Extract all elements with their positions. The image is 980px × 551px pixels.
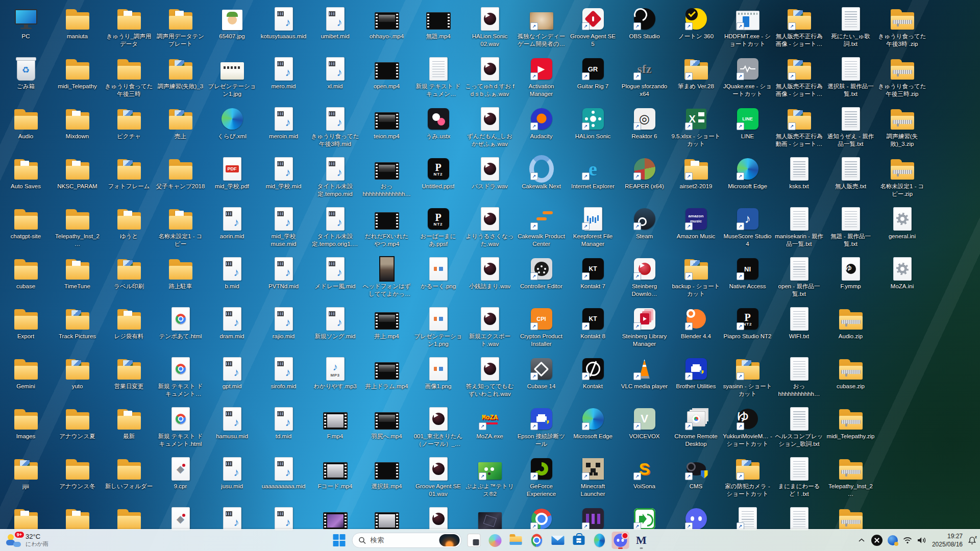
desktop-icon[interactable]: PNT2おーばーまにあ.ppsf — [412, 200, 464, 250]
desktop-icon[interactable]: ↗REAPER (x64) — [619, 150, 670, 200]
desktop-icon[interactable]: WIFI.txt — [773, 300, 825, 350]
desktop-icon[interactable]: teion.mp4 — [361, 100, 412, 150]
taskbar-app-chrome[interactable] — [528, 532, 546, 549]
desktop-icon[interactable]: 井上ドラム.mp4 — [361, 350, 412, 400]
desktop-icon[interactable]: 父子キャンプ2018 — [155, 150, 206, 200]
desktop-icon[interactable]: X↗9.5.xlsx - ショートカット — [670, 100, 722, 150]
desktop-icon[interactable]: S↗VoiSona — [619, 450, 670, 500]
desktop-icon[interactable]: Images — [0, 400, 52, 450]
desktop-icon[interactable]: ↗Cakewalk Product Center — [516, 200, 567, 250]
desktop-icon[interactable]: ↗無人販売不正行為 画像 - ショートカット — [773, 50, 825, 100]
desktop-icon[interactable]: ↗Blender 4.4 — [670, 300, 722, 350]
desktop-icon[interactable]: ↗ぷよぷよ™テトリス®2 — [464, 450, 516, 500]
desktop-icon[interactable]: ↗Minecraft Launcher — [567, 450, 619, 500]
desktop-icon[interactable]: きゅうり食ってた午後3時 .zip — [876, 0, 928, 50]
desktop-icon[interactable]: 001_東北きりたん（ノーマル）_今じゃ… — [412, 400, 464, 450]
desktop-icon[interactable]: Mixdown — [52, 100, 103, 150]
desktop-icon[interactable]: Auto Saves — [0, 150, 52, 200]
desktop-icon[interactable]: 死にたい_ゅ歌詞.txt — [825, 0, 876, 50]
desktop-icon[interactable]: ♪きゅうり食ってた午後3時.mid — [309, 100, 361, 150]
desktop-icon[interactable]: 調声用データテンプレート — [155, 0, 206, 50]
desktop-icon[interactable]: ♪mid_学校.mid — [258, 150, 309, 200]
wifi-icon[interactable] — [903, 530, 912, 551]
tray-blue-sphere-icon[interactable] — [888, 535, 898, 545]
desktop-icon[interactable]: MoZA.ini — [876, 250, 928, 300]
desktop-icon[interactable]: ヘッドフォンはずしててよかっt.mp4 — [361, 250, 412, 300]
desktop-icon[interactable]: MoZA↗MoZA.exe — [464, 400, 516, 450]
desktop-icon[interactable]: バスドラ.wav — [464, 150, 516, 200]
desktop-icon[interactable]: ♪↗MuseScore Studio 4 — [722, 200, 773, 250]
desktop-icon[interactable]: ヘルスコンプレッション_歌詞.txt — [773, 400, 825, 450]
desktop-icon[interactable]: ↗Steinberg Downlo… — [619, 250, 670, 300]
desktop-icon[interactable]: 無人販売.txt — [825, 150, 876, 200]
desktop-icon[interactable]: ↗Kontakt — [567, 350, 619, 400]
desktop-icon[interactable]: NKSC_PARAM — [52, 150, 103, 200]
desktop-icon[interactable]: PC — [0, 0, 52, 50]
desktop-icon[interactable]: 通知うぜえ - 親作品一覧.txt — [825, 100, 876, 150]
desktop-icon[interactable]: 調声練習(失敗)_3 — [155, 50, 206, 100]
desktop-icon[interactable]: ♪dram.mid — [206, 300, 258, 350]
desktop-icon[interactable]: ↗家の防犯カメラ - ショートカット — [722, 450, 773, 500]
desktop-icon[interactable]: 65407.jpg — [206, 0, 258, 50]
desktop-icon[interactable]: ↗Brother Utilities — [670, 350, 722, 400]
desktop-icon[interactable]: ♪PVTNd.mid — [258, 250, 309, 300]
start-button[interactable] — [330, 531, 349, 549]
desktop-icon[interactable]: きゅうり食ってた午後三時.zip — [876, 50, 928, 100]
desktop-icon[interactable]: ↗Epson 接続診断ツール — [516, 400, 567, 450]
desktop-icon[interactable]: ↗HDDFMT.exe - ショートカット — [722, 0, 773, 50]
desktop-icon[interactable]: Export — [0, 300, 52, 350]
desktop-icon[interactable]: 無題 - 親作品一覧.txt — [825, 200, 876, 250]
taskbar-app-m-app[interactable]: M — [633, 532, 650, 549]
desktop-icon[interactable]: ♪aorin.mid — [206, 200, 258, 250]
tray-clock[interactable]: 19:27 2025/08/16 — [932, 532, 963, 548]
desktop-icon[interactable]: e↗Internet Explorer — [567, 150, 619, 200]
desktop-icon[interactable]: ↗Controller Editor — [516, 250, 567, 300]
desktop-icon[interactable]: NI↗Native Access — [722, 250, 773, 300]
desktop-icon[interactable]: 選択肢.mp4 — [361, 450, 412, 500]
desktop-icon[interactable]: KT↗Kontakt 8 — [567, 300, 619, 350]
desktop-icon[interactable]: フォトフレーム — [103, 150, 155, 200]
desktop-icon[interactable]: ▶↗Activation Manager — [516, 50, 567, 100]
desktop-icon[interactable]: Fコード.mp4 — [309, 450, 361, 500]
desktop-icon[interactable]: かるーく.png — [412, 250, 464, 300]
desktop-icon[interactable]: PNT2↗Piapro Studio NT2 — [722, 300, 773, 350]
taskbar-app-edge[interactable] — [591, 532, 608, 549]
volume-icon[interactable] — [917, 530, 927, 551]
desktop-icon[interactable]: ゆ↗YukkuriMovieM… - ショートカット — [722, 400, 773, 450]
desktop-icon[interactable]: midi_Telepathy — [52, 50, 103, 100]
desktop-icon[interactable]: ♪umibet.mid — [309, 0, 361, 50]
desktop-icon[interactable]: おっhhhhhhhhhhhhh… — [361, 150, 412, 200]
desktop-icon[interactable]: ピクチャ — [103, 100, 155, 150]
desktop-icon[interactable]: だれだFXいれたやつ.mp4 — [361, 200, 412, 250]
desktop-icon[interactable]: ohhayo-.mp4 — [361, 0, 412, 50]
desktop-icon[interactable]: ksks.txt — [773, 150, 825, 200]
desktop-icon[interactable]: 売上 — [155, 100, 206, 150]
desktop-icon[interactable]: ♪rajio.mid — [258, 300, 309, 350]
desktop-icon[interactable]: ↗Groove Agent SE 5 — [567, 0, 619, 50]
desktop-icon[interactable]: プレゼンテーション1.jpg — [206, 50, 258, 100]
desktop-icon[interactable]: ↗Cakewalk Next — [516, 150, 567, 200]
desktop-icon[interactable]: ♪b.mid — [206, 250, 258, 300]
desktop-icon[interactable]: ↗GeForce Experience — [516, 450, 567, 500]
desktop-icon[interactable]: きゅうり食ってた午後三時 — [103, 50, 155, 100]
desktop-icon[interactable]: midi_Telepathy.zip — [825, 400, 876, 450]
desktop-icon[interactable]: ↗ノートン 360 — [670, 0, 722, 50]
desktop-icon[interactable]: jijii — [0, 450, 52, 500]
desktop-icon[interactable]: ↗VLC media player — [619, 350, 670, 400]
desktop-icon[interactable]: ↗Steam — [619, 200, 670, 250]
desktop-icon[interactable]: PDFmid_学校.pdf — [206, 150, 258, 200]
desktop-icon[interactable]: ゆF.ymmp — [825, 250, 876, 300]
desktop-icon[interactable]: くらび.xml — [206, 100, 258, 150]
desktop-icon[interactable]: ◆9.cpr — [155, 450, 206, 500]
desktop-icon[interactable]: 新規 テキスト ドキュメント.musicxml — [412, 50, 464, 100]
desktop-icon[interactable]: まにまにわーるど！.txt — [773, 450, 825, 500]
desktop-icon[interactable]: きゅうり_調声用データ — [103, 0, 155, 50]
desktop-icon[interactable]: ♪sirofo.mid — [258, 350, 309, 400]
desktop-icon[interactable]: 調声練習(失敗)_3.zip — [876, 100, 928, 150]
desktop-icon[interactable]: CPI↗Crypton Product Installer — [516, 300, 567, 350]
desktop-icon[interactable]: テンポあて.html — [155, 300, 206, 350]
desktop-icon[interactable]: ↗Steinberg Library Manager — [619, 300, 670, 350]
desktop-icon[interactable]: ♪td.mid — [258, 400, 309, 450]
desktop-icon[interactable]: ↗CMS — [670, 450, 722, 500]
taskbar-app-file-explorer[interactable] — [507, 532, 525, 549]
